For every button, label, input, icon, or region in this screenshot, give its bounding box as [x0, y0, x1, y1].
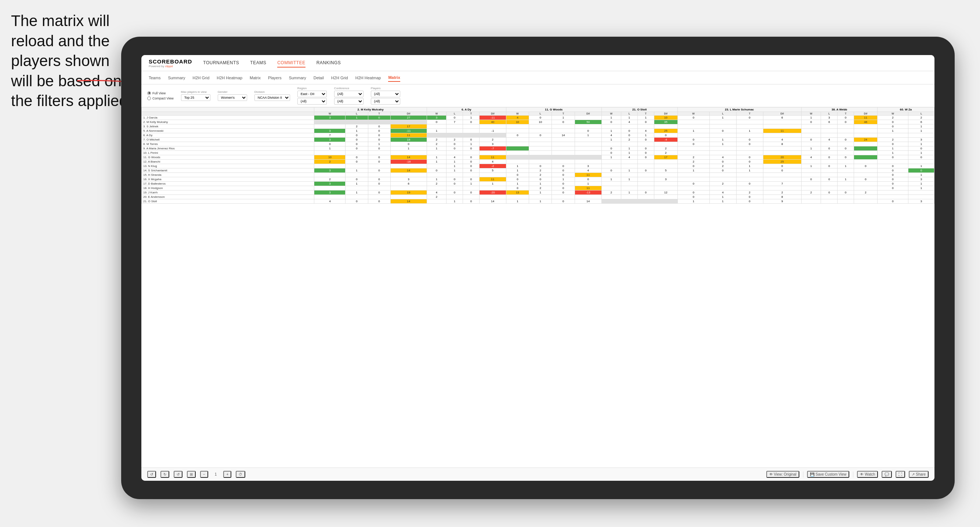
nav-committee[interactable]: COMMITTEE — [277, 59, 305, 68]
cell: -11 — [479, 116, 506, 120]
cell: 3 — [314, 116, 345, 120]
sub-nav-h2h-grid2[interactable]: H2H Grid — [331, 74, 348, 81]
row-player-name: 9. A Maria Jimenez Rios — [142, 146, 314, 151]
cell: 0 — [447, 146, 463, 151]
sub-nav-h2h-heatmap[interactable]: H2H Heatmap — [216, 74, 242, 81]
cell: 0 — [736, 116, 763, 120]
cell — [838, 186, 854, 190]
cell: -11 — [390, 129, 427, 133]
sub-nav-summary[interactable]: Summary — [168, 74, 185, 81]
cell: 11 — [854, 116, 878, 120]
cell: 0 — [638, 155, 654, 160]
cell: 3 — [908, 177, 934, 182]
col-l-5: L — [710, 112, 736, 116]
cell: 1 — [447, 199, 463, 204]
conference-select[interactable]: (All) — [334, 90, 364, 97]
sub-nav-detail[interactable]: Detail — [313, 74, 324, 81]
cell: 10 — [529, 120, 552, 124]
cell: 0 — [678, 116, 710, 120]
max-players-select[interactable]: Top 25 — [181, 94, 210, 101]
sub-nav-players[interactable]: Players — [268, 74, 282, 81]
sub-nav-h2h-grid[interactable]: H2H Grid — [192, 74, 209, 81]
cell: 2 — [601, 190, 621, 195]
full-view-radio[interactable]: Full View — [147, 91, 174, 95]
cell: 2 — [427, 138, 446, 142]
cell: 0 — [529, 133, 552, 138]
zoom-fit-button[interactable]: ⊞ — [187, 471, 196, 478]
cell: 1 — [908, 129, 934, 133]
sub-nav-teams[interactable]: Teams — [149, 74, 161, 81]
toolbar-separator-2 — [853, 471, 853, 478]
gender-select[interactable]: Women's — [218, 94, 247, 101]
cell: 2 — [654, 146, 678, 151]
cell — [736, 151, 763, 155]
cell — [574, 151, 601, 155]
redo-button[interactable]: ↻ — [161, 471, 169, 478]
save-custom-button[interactable]: 💾 Save Custom View — [807, 471, 849, 478]
cell: 1 — [345, 168, 368, 173]
matrix-container[interactable]: 2. M Kelly Mulcahy 6. A Dy 11. G Woods 2… — [142, 107, 934, 470]
cell: 1 — [736, 129, 763, 133]
region-sub-select[interactable]: (All) — [298, 98, 327, 105]
cell — [638, 173, 654, 177]
cell: 20 — [763, 155, 801, 160]
cell — [601, 124, 621, 129]
cell: 4 — [601, 133, 621, 138]
cell — [854, 160, 878, 164]
refresh-button[interactable]: ↺ — [174, 471, 183, 478]
watch-label: Watch — [865, 472, 875, 476]
cell — [821, 182, 838, 186]
cell — [854, 133, 878, 138]
cell: 17 — [654, 155, 678, 160]
undo-button[interactable]: ↺ — [147, 471, 156, 478]
max-players-filter: Max players in view Top 25 — [181, 90, 210, 101]
cell: 0 — [821, 146, 838, 151]
cell — [479, 195, 506, 199]
nav-tournaments[interactable]: TOURNAMENTS — [203, 59, 239, 68]
cell: 0 — [601, 120, 621, 124]
zoom-out-button[interactable]: − — [200, 471, 208, 478]
cell — [654, 186, 678, 190]
conference-sub-select[interactable]: (All) — [334, 98, 364, 105]
fullscreen-button[interactable]: ⛶ — [896, 471, 905, 478]
comment-button[interactable]: 💬 — [881, 471, 892, 478]
region-select[interactable]: East - DII — [298, 90, 327, 97]
cell: 25 — [763, 160, 801, 164]
cell — [678, 133, 710, 138]
share-button[interactable]: ↗ Share — [909, 471, 929, 478]
table-row: 11. G Woods 100014 14011 14017 24020 400… — [142, 155, 934, 160]
sub-nav-summary2[interactable]: Summary — [289, 74, 306, 81]
compact-view-radio[interactable]: Compact View — [147, 97, 174, 100]
col-header-name — [142, 112, 314, 116]
cell: 0 — [736, 195, 763, 199]
sub-nav-matrix2[interactable]: Matrix — [388, 74, 400, 82]
players-sub-select[interactable]: (All) — [371, 98, 400, 105]
cell — [678, 120, 710, 124]
timer-button[interactable]: ⏱ — [236, 471, 245, 478]
cell — [314, 124, 345, 129]
nav-teams[interactable]: TEAMS — [250, 59, 266, 68]
row-player-name: 19. J Karrh — [142, 190, 314, 195]
cell — [763, 120, 801, 124]
cell — [908, 195, 934, 199]
cell — [854, 195, 878, 199]
nav-rankings[interactable]: RANKINGS — [317, 59, 341, 68]
cell: 0 — [838, 120, 854, 124]
view-original-button[interactable]: 👁 View: Original — [766, 471, 800, 478]
sub-nav-h2h-heatmap2[interactable]: H2H Heatmap — [355, 74, 381, 81]
cell: 0 — [447, 190, 463, 195]
sub-nav-matrix[interactable]: Matrix — [250, 74, 261, 81]
cell — [601, 173, 621, 177]
cell: 1 — [601, 155, 621, 160]
cell: 0 — [368, 116, 390, 120]
cell: 3 — [390, 177, 427, 182]
cell: 0 — [368, 155, 390, 160]
cell — [801, 133, 821, 138]
cell: 0 — [878, 124, 908, 129]
players-select[interactable]: (All) — [371, 90, 400, 97]
cell: 1 — [506, 168, 529, 173]
division-select[interactable]: NCAA Division II — [255, 94, 290, 101]
view-original-label: View: Original — [774, 472, 797, 476]
zoom-in-button[interactable]: + — [223, 471, 231, 478]
watch-button[interactable]: 👁 Watch — [857, 471, 878, 478]
